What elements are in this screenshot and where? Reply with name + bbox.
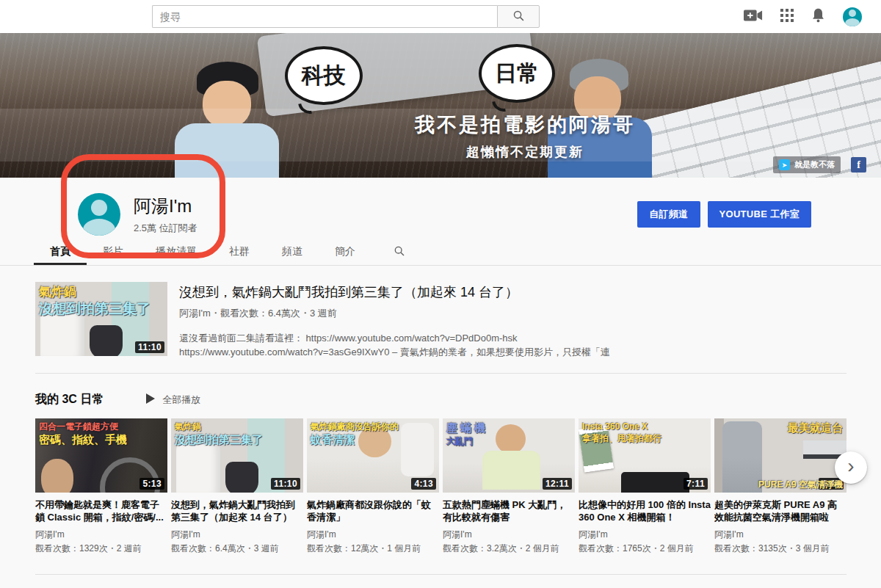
video-channel[interactable]: 阿湯I'm — [443, 529, 575, 541]
youtube-studio-button[interactable]: YOUTUBE 工作室 — [708, 201, 811, 228]
tab-home[interactable]: 首頁 — [34, 245, 87, 265]
banner-link-chip[interactable]: ➤ 就是教不落 — [773, 156, 841, 173]
video-channel[interactable]: 阿湯I'm — [579, 529, 711, 541]
featured-text: 沒想到，氣炸鍋大亂鬥我拍到第三集了（加起來 14 台了） 阿湯I'm・觀看次數：… — [179, 282, 610, 359]
overlay-line: 大亂鬥 — [446, 436, 571, 446]
video-views: 觀看次數：1329次・2 週前 — [35, 542, 167, 555]
channel-banner: 科技 日常 我不是拍電影的阿湯哥 超懶惰不定期更新 ➤ 就是教不落 f — [0, 33, 881, 178]
chevron-right-icon: › — [847, 456, 854, 476]
subscriber-count: 2.5萬 位訂閱者 — [134, 222, 197, 235]
channel-tabs: 首頁 影片 播放清單 社群 頻道 簡介 — [0, 242, 881, 265]
tab-community[interactable]: 社群 — [213, 245, 266, 265]
video-views: 觀看次數：6.4萬次・3 週前 — [171, 542, 303, 555]
search-input[interactable] — [152, 5, 497, 28]
featured-description-line: 還沒看過前面二集請看這裡： https://www.youtube.com/wa… — [179, 331, 610, 345]
banner-headline: 我不是拍電影的阿湯哥 — [169, 112, 881, 138]
speech-bubble-daily: 日常 — [479, 44, 555, 103]
overlay-line: 密碼、指紋、手機 — [39, 433, 164, 446]
topbar — [0, 0, 881, 33]
thumbnail-overlay-text: 最美就這台 PURE A9 空氣清淨機 — [718, 421, 843, 490]
video-views: 觀看次數：3.2萬次・2 個月前 — [443, 542, 575, 555]
play-all-icon[interactable] — [146, 393, 155, 407]
customize-channel-button[interactable]: 自訂頻道 — [637, 201, 700, 228]
channel-avatar[interactable] — [78, 193, 120, 236]
video-views: 觀看次數：1765次・2 個月前 — [579, 542, 711, 555]
video-card[interactable]: 四合一電子鎖超方便 密碼、指紋、手機 5:13 不用帶鑰匙就是爽！鹿客電子鎖 C… — [35, 418, 167, 555]
video-title[interactable]: 不用帶鑰匙就是爽！鹿客電子鎖 Classic 開箱，指紋/密碼/... — [35, 498, 167, 523]
search-icon — [512, 10, 525, 24]
video-title[interactable]: 五款熱門塵蟎機 PK 大亂鬥，有比較就有傷害 — [443, 498, 575, 523]
video-thumbnail[interactable]: 最美就這台 PURE A9 空氣清淨機 6:45 — [714, 418, 846, 493]
featured-description: 還沒看過前面二集請看這裡： https://www.youtube.com/wa… — [179, 331, 610, 359]
topbar-icons — [744, 7, 862, 26]
play-all-link[interactable]: 全部播放 — [162, 393, 200, 407]
overlay-line: 氣炸鍋 — [175, 421, 300, 432]
banner-text: 我不是拍電影的阿湯哥 超懶惰不定期更新 — [169, 112, 881, 161]
search-button[interactable] — [497, 5, 540, 28]
overlay-line: 氣炸鍋廠商沒告訴你的 — [311, 421, 435, 432]
channel-text: 阿湯I'm 2.5萬 位訂閱者 — [134, 195, 197, 235]
tab-videos[interactable]: 影片 — [87, 245, 139, 265]
video-channel[interactable]: 阿湯I'm — [35, 529, 167, 541]
video-channel[interactable]: 阿湯I'm — [714, 529, 846, 541]
overlay-line: 拿著拍、甩著拍都行 — [582, 433, 707, 443]
channel-name: 阿湯I'm — [134, 195, 197, 218]
video-card[interactable]: 氣炸鍋廠商沒告訴你的 蚊香清潔 4:13 氣炸鍋廠商都沒跟你說的「蚊香清潔」 阿… — [307, 418, 439, 555]
apps-grid-icon[interactable] — [780, 9, 794, 25]
video-title[interactable]: 氣炸鍋廠商都沒跟你說的「蚊香清潔」 — [307, 498, 439, 523]
video-thumbnail[interactable]: 氣炸鍋廠商沒告訴你的 蚊香清潔 4:13 — [307, 418, 439, 493]
thumbnail-overlay-text: Insta 360 One X 拿著拍、甩著拍都行 — [582, 421, 707, 490]
video-card[interactable]: 最美就這台 PURE A9 空氣清淨機 6:45 超美的伊萊克斯 PURE A9… — [714, 418, 846, 555]
video-card[interactable]: 塵 蟎 機 大亂鬥 12:11 五款熱門塵蟎機 PK 大亂鬥，有比較就有傷害 阿… — [443, 418, 575, 555]
overlay-line: 沒想到拍第三集了 — [39, 301, 164, 318]
video-title[interactable]: 比想像中的好用 100 倍的 Insta 360 One X 相機開箱！ — [579, 498, 711, 523]
channel-buttons: 自訂頻道 YOUTUBE 工作室 — [637, 201, 811, 228]
video-thumbnail[interactable]: 四合一電子鎖超方便 密碼、指紋、手機 5:13 — [35, 418, 167, 493]
link-chip-icon: ➤ — [779, 159, 790, 170]
featured-thumbnail[interactable]: 氣炸鍋 沒想到拍第三集了 11:10 — [35, 282, 167, 356]
tab-playlists[interactable]: 播放清單 — [139, 245, 213, 265]
facebook-link-icon[interactable]: f — [851, 157, 866, 173]
channel-header: 阿湯I'm 2.5萬 位訂閱者 自訂頻道 YOUTUBE 工作室 首頁 影片 播… — [0, 178, 881, 266]
overlay-line: 蚊香清潔 — [311, 433, 435, 446]
overlay-line: 最美就這台 — [718, 421, 843, 435]
thumbnail-overlay-text: 氣炸鍋廠商沒告訴你的 蚊香清潔 — [311, 421, 435, 490]
video-views: 觀看次數：12萬次・1 個月前 — [307, 542, 439, 555]
video-thumbnail[interactable]: Insta 360 One X 拿著拍、甩著拍都行 7:11 — [579, 418, 711, 493]
notifications-bell-icon[interactable] — [811, 7, 825, 26]
video-title[interactable]: 沒想到，氣炸鍋大亂鬥我拍到第三集了（加起來 14 台了） — [171, 498, 303, 523]
overlay-line: Insta 360 One X — [582, 421, 707, 432]
thumbnail-overlay-text: 塵 蟎 機 大亂鬥 — [446, 421, 571, 490]
featured-video: 氣炸鍋 沒想到拍第三集了 11:10 沒想到，氣炸鍋大亂鬥我拍到第三集了（加起來… — [35, 266, 846, 374]
carousel-next-button[interactable]: › — [835, 451, 867, 484]
overlay-line: PURE A9 空氣清淨機 — [718, 479, 843, 490]
link-chip-label: 就是教不落 — [794, 159, 835, 170]
video-card[interactable]: Insta 360 One X 拿著拍、甩著拍都行 7:11 比想像中的好用 1… — [579, 418, 711, 555]
thumbnail-overlay-text: 氣炸鍋 沒想到拍第三集了 — [175, 421, 300, 490]
tab-channels[interactable]: 頻道 — [266, 245, 319, 265]
overlay-line: 氣炸鍋 — [39, 285, 164, 300]
thumbnail-overlay-text: 氣炸鍋 沒想到拍第三集了 — [39, 285, 164, 353]
section-title: 我的 3C 日常 — [35, 392, 104, 407]
video-cards-row: 四合一電子鎖超方便 密碼、指紋、手機 5:13 不用帶鑰匙就是爽！鹿客電子鎖 C… — [35, 418, 846, 575]
tab-about[interactable]: 簡介 — [319, 245, 371, 265]
overlay-line: 四合一電子鎖超方便 — [39, 421, 164, 432]
overlay-line: 塵 蟎 機 — [446, 421, 571, 435]
featured-title[interactable]: 沒想到，氣炸鍋大亂鬥我拍到第三集了（加起來 14 台了） — [179, 283, 610, 301]
video-title[interactable]: 超美的伊萊克斯 PURE A9 高效能抗菌空氣清淨機開箱啦 — [714, 498, 846, 523]
speech-bubble-tech: 科技 — [285, 46, 363, 105]
section-header: 我的 3C 日常 全部播放 — [35, 392, 846, 407]
channel-info-row: 阿湯I'm 2.5萬 位訂閱者 自訂頻道 YOUTUBE 工作室 — [0, 178, 881, 242]
video-create-icon[interactable] — [744, 9, 763, 25]
main-content: 氣炸鍋 沒想到拍第三集了 11:10 沒想到，氣炸鍋大亂鬥我拍到第三集了（加起來… — [0, 266, 881, 575]
channel-search-icon[interactable] — [394, 245, 405, 265]
video-card[interactable]: 氣炸鍋 沒想到拍第三集了 11:10 沒想到，氣炸鍋大亂鬥我拍到第三集了（加起來… — [171, 418, 303, 555]
video-thumbnail[interactable]: 氣炸鍋 沒想到拍第三集了 11:10 — [171, 418, 303, 493]
video-thumbnail[interactable]: 塵 蟎 機 大亂鬥 12:11 — [443, 418, 575, 493]
video-channel[interactable]: 阿湯I'm — [307, 529, 439, 541]
video-channel[interactable]: 阿湯I'm — [171, 529, 303, 541]
account-avatar[interactable] — [843, 7, 862, 26]
thumbnail-overlay-text: 四合一電子鎖超方便 密碼、指紋、手機 — [39, 421, 164, 490]
overlay-line: 沒想到拍第三集了 — [175, 433, 300, 446]
featured-description-line: https://www.youtube.com/watch?v=3asGe9IX… — [179, 345, 610, 359]
